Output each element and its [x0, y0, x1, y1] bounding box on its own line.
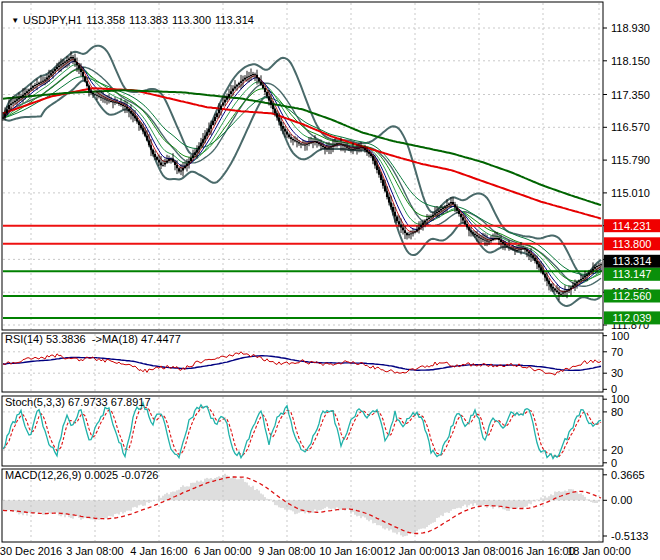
time-axis-label: 12 Jan 00:00: [383, 545, 447, 557]
quote-high: 113.383: [129, 14, 168, 26]
time-axis-label: 3 Jan 08:00: [66, 545, 124, 557]
price-axis-tick-label: 118.150: [611, 55, 650, 67]
rsi-indicator-label: RSI(14) 53.3836 ->MA(18) 47.4477: [5, 334, 181, 345]
rsi-axis-tick-label: 30: [611, 367, 623, 379]
time-axis-label: 9 Jan 08:00: [258, 545, 316, 557]
resistance-badge-label: 113.800: [613, 238, 652, 250]
stoch-indicator-label: Stoch(5,3,3) 67.9733 67.8917: [5, 397, 151, 408]
stoch-axis-tick-label: 0: [611, 457, 617, 469]
symbol-label: USDJPY,H1: [23, 14, 82, 26]
macd-axis-tick-label: 0.3665: [611, 469, 645, 481]
stoch-axis-tick-label: 100: [611, 393, 629, 405]
macd-indicator-label: MACD(12,26,9) 0.0025 -0.0726: [5, 470, 158, 481]
quote-low: 113.300: [172, 14, 211, 26]
time-axis-label: 13 Jan 08:00: [447, 545, 511, 557]
support-badge-label: 113.147: [613, 268, 652, 280]
time-axis-label: 30 Dec 2016: [0, 545, 62, 557]
stoch-axis-tick-label: 20: [611, 444, 623, 456]
quote-close: 113.314: [215, 14, 254, 26]
price-axis-tick-label: 117.350: [611, 89, 650, 101]
macd-axis-tick-label: 0.00: [611, 494, 632, 506]
price-axis-tick-label: 115.010: [611, 187, 650, 199]
rsi-axis-tick-label: 70: [611, 346, 623, 358]
resistance-badge-label: 114.231: [613, 220, 652, 232]
support-badge-label: 112.560: [613, 290, 652, 302]
time-axis-label: 6 Jan 00:00: [194, 545, 252, 557]
current-price-badge-label: 113.314: [613, 255, 652, 267]
support-badge-label: 112.039: [613, 312, 652, 324]
price-axis-tick-label: 118.930: [611, 22, 650, 34]
time-axis-label: 18 Jan 00:00: [567, 545, 631, 557]
stoch-axis-tick-label: 80: [611, 406, 623, 418]
price-axis-tick-label: 116.570: [611, 121, 650, 133]
time-axis-label: 10 Jan 16:00: [319, 545, 383, 557]
chart-title: ▼USDJPY,H1113.358113.383113.300113.314: [5, 4, 258, 27]
quote-open: 113.358: [86, 14, 125, 26]
price-panel-frame[interactable]: [2, 2, 603, 330]
symbol-dropdown-icon[interactable]: ▼: [11, 16, 19, 25]
time-axis-label: 16 Jan 16:00: [511, 545, 575, 557]
time-axis-label: 4 Jan 16:00: [130, 545, 188, 557]
rsi-axis-tick-label: 100: [611, 330, 629, 342]
macd-axis-tick-label: -0.5133: [611, 530, 648, 542]
price-axis-tick-label: 115.790: [611, 154, 650, 166]
